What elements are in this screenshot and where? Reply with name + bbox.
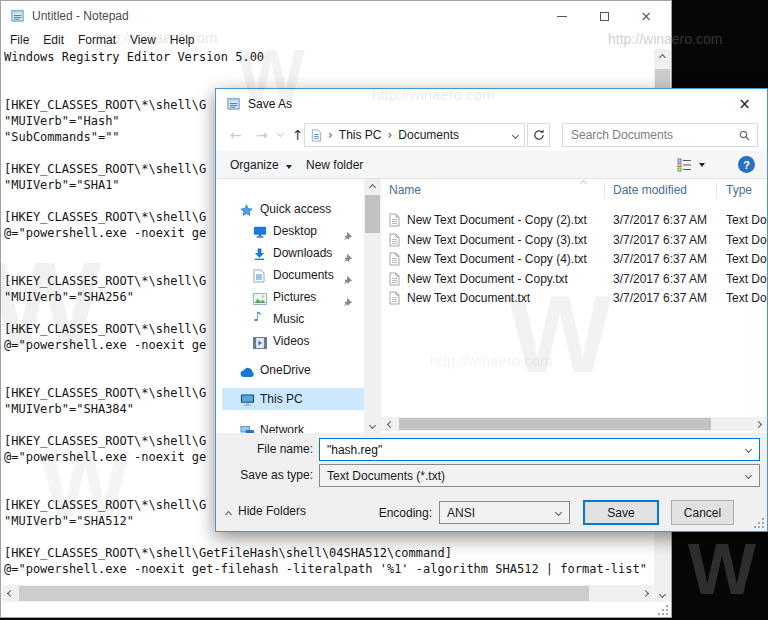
sort-ascending-icon xyxy=(580,180,587,187)
file-row[interactable]: New Text Document.txt 3/7/2017 6:37 AM T… xyxy=(381,289,767,309)
file-list-pane: Name Date modified Type New Text Documen… xyxy=(381,179,767,433)
resize-grip[interactable] xyxy=(653,602,671,618)
column-header-type[interactable]: Type xyxy=(726,183,752,197)
file-name-input[interactable] xyxy=(320,439,759,460)
organize-button[interactable]: Organize xyxy=(230,158,292,172)
file-row[interactable]: New Text Document - Copy.txt 3/7/2017 6:… xyxy=(381,270,767,290)
navigation-bar: ← → ↑ › This PC › Documents xyxy=(216,119,767,151)
notepad-titlebar[interactable]: Untitled - Notepad × xyxy=(1,1,671,31)
file-date: 3/7/2017 6:37 AM xyxy=(613,291,707,305)
file-name-field[interactable] xyxy=(319,438,760,461)
sidebar-item-desktop[interactable]: Desktop xyxy=(216,220,364,242)
sidebar-item-label: Videos xyxy=(273,330,309,352)
scroll-left-icon[interactable] xyxy=(2,585,18,602)
scrollbar-thumb[interactable] xyxy=(365,195,380,233)
menu-edit[interactable]: Edit xyxy=(36,32,71,48)
search-input[interactable] xyxy=(563,124,757,146)
editor-line: [HKEY_CLASSES_ROOT\*\shell\GetFileHash\s… xyxy=(4,546,653,562)
search-box[interactable] xyxy=(562,123,758,147)
sidebar-item-music[interactable]: ♪ Music xyxy=(216,308,364,330)
menu-format[interactable]: Format xyxy=(71,32,123,48)
editor-line: Windows Registry Editor Version 5.00 xyxy=(4,50,653,66)
column-header-name[interactable]: Name xyxy=(389,183,421,197)
file-name: New Text Document - Copy (2).txt xyxy=(407,213,587,227)
maximize-button[interactable] xyxy=(583,1,625,31)
scroll-up-icon[interactable] xyxy=(364,179,381,195)
view-dropdown-icon xyxy=(699,163,705,167)
chevron-down-icon xyxy=(555,509,562,516)
hide-folders-button[interactable]: Hide Folders xyxy=(226,504,306,526)
music-note-icon: ♪ xyxy=(253,310,261,323)
file-name: New Text Document - Copy (3).txt xyxy=(407,233,587,247)
file-type: Text Docu xyxy=(726,252,767,266)
editor-line xyxy=(4,530,653,546)
save-button[interactable]: Save xyxy=(583,500,659,525)
sidebar-item-label: Quick access xyxy=(260,198,331,220)
scroll-right-icon[interactable] xyxy=(751,417,765,431)
sidebar-item-pictures[interactable]: Pictures xyxy=(216,286,364,308)
view-mode-button[interactable] xyxy=(677,158,705,172)
file-date: 3/7/2017 6:37 AM xyxy=(613,272,707,286)
up-icon[interactable]: ↑ xyxy=(292,127,304,143)
scroll-up-icon[interactable] xyxy=(654,49,671,65)
scroll-right-icon[interactable] xyxy=(637,585,653,602)
column-divider[interactable] xyxy=(716,181,717,199)
scroll-left-icon[interactable] xyxy=(383,417,397,431)
file-list-horizontal-scrollbar[interactable] xyxy=(381,417,767,431)
breadcrumb-sep-icon: › xyxy=(388,128,393,142)
file-row[interactable]: New Text Document - Copy (2).txt 3/7/201… xyxy=(381,211,767,231)
history-dropdown-icon[interactable] xyxy=(277,130,284,137)
scrollbar-thumb[interactable] xyxy=(399,418,711,430)
this-pc-icon xyxy=(240,392,255,414)
breadcrumb[interactable]: › This PC › Documents xyxy=(304,123,525,147)
breadcrumb-sep-icon: › xyxy=(328,128,333,142)
file-row[interactable]: New Text Document - Copy (4).txt 3/7/201… xyxy=(381,250,767,270)
encoding-select[interactable]: ANSI xyxy=(439,501,570,524)
column-header-date-modified[interactable]: Date modified xyxy=(613,183,687,197)
menu-help[interactable]: Help xyxy=(163,32,202,48)
sidebar-item-network[interactable]: Network xyxy=(216,419,364,433)
notepad-horizontal-scrollbar[interactable] xyxy=(2,585,653,602)
new-folder-button[interactable]: New folder xyxy=(306,158,363,172)
sidebar-item-downloads[interactable]: Downloads xyxy=(216,242,364,264)
breadcrumb-documents[interactable]: Documents xyxy=(398,128,459,142)
watermark: W xyxy=(688,528,756,610)
scroll-down-icon[interactable] xyxy=(364,417,381,433)
scrollbar-thumb[interactable] xyxy=(19,586,589,601)
sidebar-item-onedrive[interactable]: OneDrive xyxy=(216,359,364,381)
cancel-button[interactable]: Cancel xyxy=(671,500,734,525)
breadcrumb-this-pc[interactable]: This PC xyxy=(339,128,382,142)
file-type: Text Docu xyxy=(726,213,767,227)
file-type: Text Docu xyxy=(726,291,767,305)
close-button[interactable]: × xyxy=(625,1,667,31)
sidebar-item-videos[interactable]: Videos xyxy=(216,330,364,352)
sidebar-scrollbar[interactable] xyxy=(364,179,381,433)
file-rows: New Text Document - Copy (2).txt 3/7/201… xyxy=(381,211,767,309)
close-icon: × xyxy=(738,95,751,113)
scroll-down-icon[interactable] xyxy=(654,586,671,602)
text-file-icon xyxy=(389,233,400,250)
address-dropdown-icon[interactable] xyxy=(512,131,519,138)
help-icon: ? xyxy=(743,159,750,171)
forward-icon[interactable]: → xyxy=(256,127,268,143)
dialog-toolbar: Organize New folder ? xyxy=(216,151,767,179)
maximize-icon xyxy=(600,12,609,21)
back-icon[interactable]: ← xyxy=(230,127,242,143)
sidebar-item-documents[interactable]: Documents xyxy=(216,264,364,286)
column-divider[interactable] xyxy=(604,181,605,199)
help-button[interactable]: ? xyxy=(738,156,755,173)
text-file-icon xyxy=(389,272,400,289)
refresh-button[interactable] xyxy=(527,123,550,147)
file-row[interactable]: New Text Document - Copy (3).txt 3/7/201… xyxy=(381,231,767,251)
sidebar-item-this-pc[interactable]: This PC xyxy=(222,388,364,410)
save-as-type-select[interactable]: Text Documents (*.txt) xyxy=(319,464,760,487)
dialog-resize-grip[interactable] xyxy=(751,515,767,531)
menu-view[interactable]: View xyxy=(123,32,163,48)
dialog-close-button[interactable]: × xyxy=(722,89,767,119)
menu-file[interactable]: File xyxy=(3,32,36,48)
minimize-button[interactable] xyxy=(541,1,583,31)
sidebar-item-quick-access[interactable]: Quick access xyxy=(216,198,364,220)
file-name: New Text Document - Copy (4).txt xyxy=(407,252,587,266)
dialog-titlebar[interactable]: Save As × xyxy=(216,89,767,119)
file-date: 3/7/2017 6:37 AM xyxy=(613,233,707,247)
